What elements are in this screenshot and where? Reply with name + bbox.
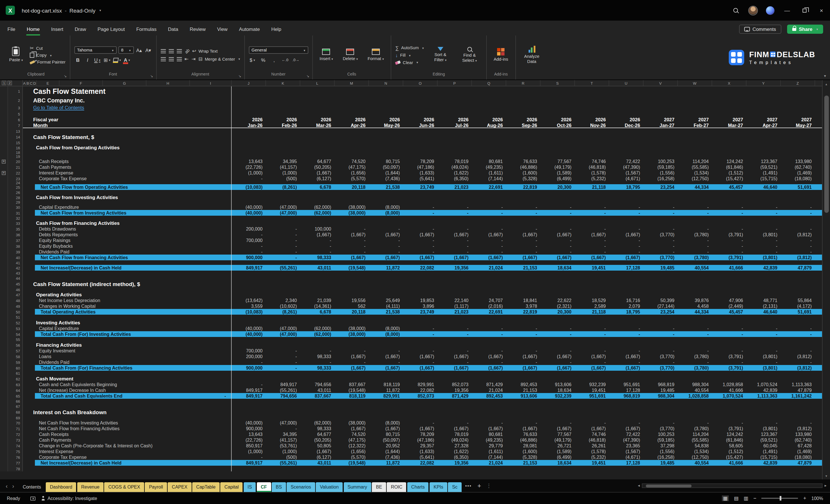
row-number[interactable]: 59 <box>8 359 23 365</box>
cell[interactable]: (6,350) <box>438 454 472 460</box>
cell[interactable]: (19,548) <box>334 387 369 393</box>
cell[interactable]: 22,691 <box>472 309 506 314</box>
cell[interactable]: 932,239 <box>575 382 609 387</box>
cell[interactable]: 40,554 <box>678 387 712 393</box>
cell[interactable]: (1,667) <box>403 232 438 237</box>
row-number[interactable]: 65 <box>8 393 23 399</box>
cell[interactable]: - <box>712 359 746 365</box>
cell[interactable]: - <box>403 238 438 243</box>
sheet-tab-cogs-opex[interactable]: COGS & OPEX <box>104 482 144 492</box>
analyze-data-button[interactable]: Analyze Data <box>520 44 544 65</box>
row-label-cell[interactable]: Dividends Paid <box>23 359 232 365</box>
cell[interactable]: 50,399 <box>643 298 678 303</box>
merge-center-button[interactable]: ⊟Merge & Center▾ <box>198 56 240 62</box>
fill-color-button[interactable]: ▾ <box>113 56 121 63</box>
row-label-cell[interactable]: Total Operating Activities <box>23 309 232 315</box>
cell[interactable]: (1,633) <box>403 449 438 454</box>
cell[interactable]: 98,333 <box>300 365 334 371</box>
cell[interactable]: (46,886) <box>506 164 541 169</box>
comments-button[interactable]: Comments <box>739 25 781 34</box>
cell[interactable]: (1,567) <box>609 449 643 454</box>
row-label-cell[interactable]: Net Cash Flow from Financing Activities <box>23 426 232 431</box>
cell[interactable]: (47,000) <box>266 420 300 426</box>
cell[interactable]: - <box>609 249 643 254</box>
cell[interactable]: (1,667) <box>369 232 403 237</box>
cell[interactable]: 74,520 <box>334 432 369 437</box>
cell[interactable]: 48,771 <box>746 298 781 303</box>
cell[interactable]: 23,254 <box>643 309 678 314</box>
cell[interactable]: - <box>472 420 506 426</box>
row-label-cell[interactable]: Interest on Cash Breakdown <box>23 409 232 415</box>
cell[interactable]: (1,667) <box>609 255 643 260</box>
cell[interactable]: - <box>266 249 300 254</box>
cell[interactable]: 19,451 <box>575 265 609 270</box>
number-format-select[interactable]: General▾ <box>249 46 308 54</box>
cell[interactable]: 77,567 <box>541 159 575 164</box>
cell[interactable]: 22,082 <box>403 265 438 270</box>
cell[interactable]: - <box>746 244 781 249</box>
column-header-G[interactable]: G <box>103 80 147 86</box>
sheet-tab-capital[interactable]: Capital <box>221 482 243 492</box>
sheet-tab-revenue[interactable]: Revenue <box>77 482 103 492</box>
cell[interactable]: (1,656) <box>334 449 369 454</box>
row-label-cell[interactable] <box>23 271 232 276</box>
cell[interactable]: (15,427) <box>712 176 746 181</box>
cell[interactable]: 1,028,858 <box>712 382 746 387</box>
cell[interactable]: 44,334 <box>678 185 712 190</box>
row-label-cell[interactable]: Equity Investment <box>23 348 232 353</box>
collapse-ribbon-button[interactable]: ▾ <box>824 74 826 78</box>
cell[interactable]: 562 <box>334 304 369 309</box>
cell[interactable]: (1,667) <box>609 232 643 237</box>
cell[interactable]: - <box>541 210 575 215</box>
row-label-cell[interactable]: Debts Repayments <box>23 232 232 238</box>
cell[interactable]: (1,491) <box>746 449 781 454</box>
cell[interactable]: - <box>369 249 403 254</box>
menu-draw[interactable]: Draw <box>74 24 87 35</box>
column-header-V[interactable]: V <box>643 80 678 86</box>
cell[interactable]: - <box>678 348 712 353</box>
cell[interactable]: - <box>438 226 472 231</box>
cell[interactable]: - <box>266 354 300 359</box>
column-header-E[interactable]: E <box>37 80 60 86</box>
minimize-button[interactable]: — <box>778 0 796 21</box>
cell[interactable]: 852,073 <box>403 393 438 399</box>
copy-button[interactable]: Copy▾ <box>30 53 65 58</box>
cell[interactable]: (1,667) <box>334 354 369 359</box>
row-number[interactable]: 50 <box>8 309 23 315</box>
cell[interactable]: 2026 <box>232 117 266 122</box>
increase-decimal-button[interactable]: ←.0 <box>281 56 289 63</box>
cell[interactable]: 78,019 <box>438 159 472 164</box>
cell[interactable]: - <box>746 359 781 365</box>
cell[interactable]: (62,000) <box>300 332 334 337</box>
cell[interactable]: - <box>678 249 712 254</box>
row-number[interactable]: 62 <box>8 376 23 382</box>
cell[interactable]: 17,128 <box>609 265 643 270</box>
cell[interactable]: 17,128 <box>609 387 643 393</box>
cell[interactable]: 13,643 <box>232 159 266 164</box>
cell[interactable]: 20,118 <box>334 185 369 190</box>
accounting-format-button[interactable]: $▾ <box>249 56 256 63</box>
cell[interactable]: (1,667) <box>575 255 609 260</box>
column-header-U[interactable]: U <box>609 80 643 86</box>
autosum-button[interactable]: ∑AutoSum▾ <box>395 45 423 51</box>
cell[interactable]: 2,340 <box>266 298 300 303</box>
cell[interactable]: (1,667) <box>438 354 472 359</box>
column-header-B[interactable]: B <box>26 80 30 86</box>
shrink-font-button[interactable]: A▾ <box>145 46 152 54</box>
cell[interactable]: - <box>438 420 472 426</box>
row-label-cell[interactable]: Net (Increase) Decrease In Cash <box>23 387 232 393</box>
row-number[interactable]: 74 <box>8 443 23 448</box>
cell[interactable]: 22,140 <box>438 298 472 303</box>
cell[interactable]: (59,185) <box>643 437 678 442</box>
cell[interactable]: - <box>575 238 609 243</box>
cell[interactable]: - <box>403 244 438 249</box>
cell[interactable]: (1,556) <box>643 449 678 454</box>
cell[interactable]: Feb-26 <box>266 123 300 128</box>
cell[interactable]: - <box>232 176 266 181</box>
row-number[interactable]: 24 <box>8 181 23 184</box>
cell[interactable]: 20,300 <box>541 309 575 314</box>
cell[interactable]: - <box>678 332 712 337</box>
cell[interactable]: (3,780) <box>678 365 712 371</box>
cell[interactable]: Nov-26 <box>575 123 609 128</box>
cell[interactable]: (15,715) <box>746 454 781 460</box>
